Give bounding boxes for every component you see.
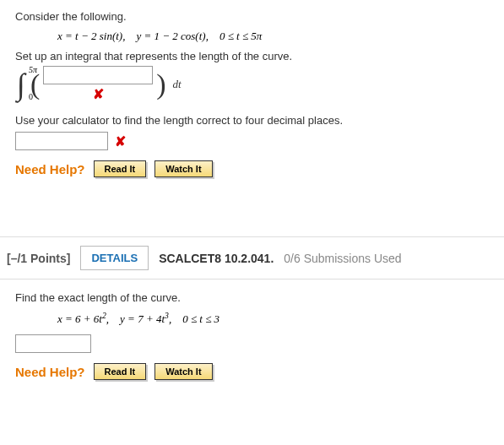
read-it-button[interactable]: Read It	[94, 160, 147, 177]
source-label: SCALCET8 10.2.041.	[159, 252, 274, 265]
differential: dt	[170, 78, 182, 91]
q2-equations: x = 6 + 6t2, y = 7 + 4t3, 0 ≤ t ≤ 3	[15, 311, 489, 326]
length-input[interactable]	[15, 132, 108, 150]
read-it-button[interactable]: Read It	[94, 363, 147, 380]
q1-prompt-consider: Consider the following.	[15, 10, 489, 23]
integral-upper-limit: 5π	[29, 66, 37, 74]
q2-answer-input[interactable]	[15, 334, 91, 353]
integral-symbol: ∫ 5π 0	[15, 69, 27, 100]
integral-expression: ∫ 5π 0 ( ✘ ) dt	[15, 66, 489, 102]
submissions-label: 0/6 Submissions Used	[284, 252, 401, 265]
watch-it-button[interactable]: Watch It	[154, 363, 212, 380]
points-label: [–/1 Points]	[7, 252, 70, 265]
q1-equations: x = t − 2 sin(t), y = 1 − 2 cos(t), 0 ≤ …	[15, 30, 489, 43]
q2-prompt: Find the exact length of the curve.	[15, 291, 489, 304]
wrong-icon: ✘	[111, 133, 129, 149]
need-help-label: Need Help?	[15, 365, 85, 379]
question-1-body: Consider the following. x = t − 2 sin(t)…	[0, 0, 504, 194]
question-2-header: [–/1 Points] DETAILS SCALCET8 10.2.041. …	[0, 236, 504, 279]
q2-help-row: Need Help? Read It Watch It	[15, 363, 489, 380]
question-2-body: Find the exact length of the curve. x = …	[0, 279, 504, 397]
need-help-label: Need Help?	[15, 162, 85, 176]
watch-it-button[interactable]: Watch It	[154, 160, 212, 177]
wrong-icon: ✘	[89, 86, 107, 102]
q1-prompt-setup: Set up an integral that represents the l…	[15, 50, 489, 62]
right-paren: )	[154, 70, 167, 99]
integral-lower-limit: 0	[29, 93, 33, 101]
q1-help-row: Need Help? Read It Watch It	[15, 160, 489, 177]
details-button[interactable]: DETAILS	[80, 246, 149, 270]
integrand-input[interactable]	[43, 66, 153, 84]
q1-prompt-calc: Use your calculator to find the length c…	[15, 114, 489, 127]
